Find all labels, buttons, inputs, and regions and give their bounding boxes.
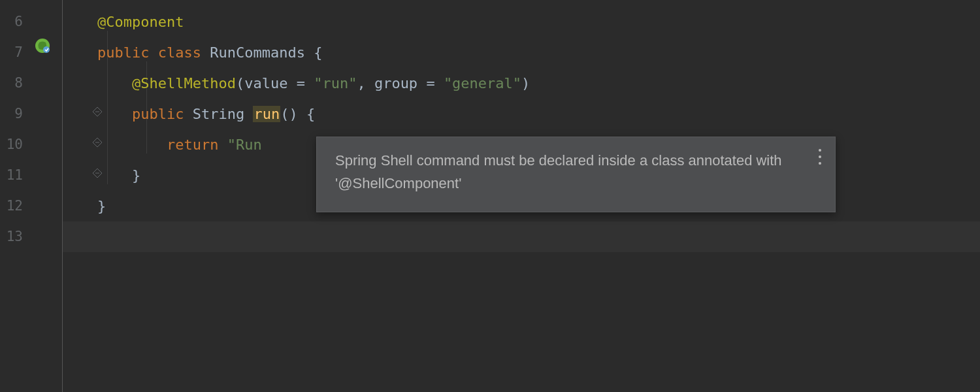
keyword-public: public bbox=[97, 44, 149, 61]
closing-brace: } bbox=[132, 167, 140, 184]
keyword-return: return bbox=[167, 137, 218, 153]
tooltip-message: Spring Shell command must be declared in… bbox=[335, 152, 782, 191]
code-line-7[interactable]: public class RunCommands { bbox=[63, 37, 980, 68]
line-number[interactable]: 8 bbox=[0, 68, 62, 99]
tooltip-more-vertical-icon[interactable] bbox=[814, 149, 826, 165]
keyword-public: public bbox=[132, 106, 184, 122]
line-number[interactable]: 13 bbox=[0, 221, 62, 252]
string-literal: "run" bbox=[314, 75, 357, 91]
editor-gutter: 6 7 8 9 10 11 12 13 bbox=[0, 0, 62, 392]
line-number[interactable]: 12 bbox=[0, 191, 62, 221]
annotation-component: @Component bbox=[97, 14, 184, 30]
line-numbers: 6 7 8 9 10 11 12 13 bbox=[0, 7, 62, 252]
type-string: String bbox=[193, 106, 244, 122]
code-line-13-current[interactable] bbox=[63, 221, 980, 252]
line-number[interactable]: 7 bbox=[0, 37, 62, 68]
annotation-shellmethod: @ShellMethod bbox=[132, 75, 236, 91]
svg-point-1 bbox=[43, 46, 50, 53]
method-name-warning: run bbox=[253, 106, 280, 122]
inspection-tooltip: Spring Shell command must be declared in… bbox=[316, 137, 836, 212]
line-number[interactable]: 6 bbox=[0, 7, 62, 37]
line-number[interactable]: 10 bbox=[0, 129, 62, 160]
code-line-9[interactable]: public String run() { bbox=[63, 99, 980, 129]
class-name: RunCommands bbox=[210, 44, 305, 61]
keyword-class: class bbox=[158, 44, 201, 61]
string-literal: "general" bbox=[444, 75, 521, 91]
code-line-6[interactable]: @Component bbox=[63, 7, 980, 37]
spring-bean-gutter-icon[interactable] bbox=[34, 37, 51, 54]
string-literal-partial: "Run bbox=[227, 137, 262, 153]
line-number[interactable]: 9 bbox=[0, 99, 62, 129]
line-number[interactable]: 11 bbox=[0, 160, 62, 191]
code-line-8[interactable]: @ShellMethod(value = "run", group = "gen… bbox=[63, 68, 980, 99]
closing-brace: } bbox=[97, 198, 106, 214]
